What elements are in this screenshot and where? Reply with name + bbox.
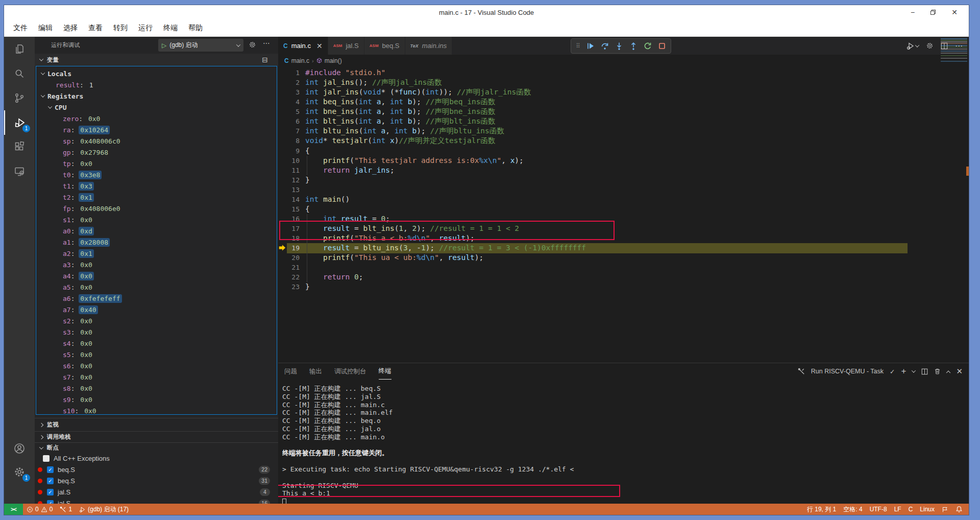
variable-row[interactable]: a5: 0x0 — [36, 281, 277, 293]
watch-section-header[interactable]: 监视 — [35, 418, 278, 431]
variable-row[interactable]: ra: 0x10264 — [36, 124, 277, 135]
code-line[interactable]: 21 — [278, 263, 969, 272]
code-line[interactable]: 14int main() — [278, 195, 969, 204]
search-icon[interactable] — [4, 61, 35, 86]
restore-button[interactable] — [930, 9, 936, 15]
code-area[interactable]: 1#include "stdio.h"2int jal_ins(); //声明j… — [278, 66, 969, 363]
code-line[interactable]: 11 return jalr_ins; — [278, 166, 969, 175]
configure-gear-icon[interactable] — [926, 42, 934, 50]
exception-breakpoint-row[interactable]: All C++ Exceptions — [35, 453, 278, 464]
code-line[interactable]: 19 result = bltu_ins(3, -1); //result = … — [278, 243, 969, 253]
indentation-status[interactable]: 空格: 4 — [840, 504, 866, 515]
panel-tab-终端[interactable]: 终端 — [379, 363, 391, 380]
variable-row[interactable]: s4: 0x0 — [36, 338, 277, 349]
breadcrumb-file[interactable]: main.c — [291, 57, 309, 64]
terminal-dropdown-icon[interactable] — [912, 368, 916, 372]
code-line[interactable]: 2int jal_ins(); //声明jal_ins函数 — [278, 78, 969, 87]
more-actions-icon[interactable]: ⋯ — [263, 39, 270, 46]
code-line[interactable]: 15{ — [278, 204, 969, 214]
variable-row[interactable]: t0: 0x3e8 — [36, 169, 277, 180]
scope-row[interactable]: Locals — [36, 68, 277, 79]
step-over-button[interactable] — [601, 42, 609, 50]
code-line[interactable]: 9{ — [278, 146, 969, 156]
close-button[interactable]: ✕ — [951, 9, 958, 16]
breakpoint-checkbox[interactable]: ✓ — [47, 489, 54, 495]
variable-row[interactable]: tp: 0x0 — [36, 158, 277, 169]
menu-item-帮助[interactable]: 帮助 — [188, 23, 203, 33]
variable-row[interactable]: s2: 0x0 — [36, 315, 277, 326]
launch-config-dropdown[interactable]: ▷ (gdb) 启动 — [158, 39, 243, 52]
variable-row[interactable]: s3: 0x0 — [36, 326, 277, 338]
variable-row[interactable]: s6: 0x0 — [36, 360, 277, 371]
split-terminal-icon[interactable] — [921, 368, 928, 375]
tab-main.ins[interactable]: TeXmain.ins — [405, 37, 453, 55]
terminal-cursor[interactable] — [282, 499, 286, 504]
variable-row[interactable]: s5: 0x0 — [36, 349, 277, 360]
debug-settings-gear-icon[interactable] — [249, 41, 256, 49]
exceptions-checkbox[interactable] — [43, 455, 50, 462]
variable-row[interactable]: gp: 0x27968 — [36, 147, 277, 158]
variable-row[interactable]: s10: 0x0 — [36, 405, 277, 415]
code-line[interactable]: 3int jalr_ins(void* (*func)(int)); //声明j… — [278, 87, 969, 97]
breakpoint-checkbox[interactable]: ✓ — [47, 478, 54, 484]
tasks-status[interactable]: 1 — [56, 504, 76, 515]
call-stack-section-header[interactable]: 调用堆栈 — [35, 431, 278, 442]
os-status[interactable]: Linux — [916, 504, 938, 515]
breakpoint-row[interactable]: ✓beq.S22 — [35, 464, 278, 475]
menu-item-转到[interactable]: 转到 — [113, 23, 128, 33]
menu-item-文件[interactable]: 文件 — [13, 23, 28, 33]
code-line[interactable]: 20 printf("This ua < ub:%d\n", result); — [278, 253, 969, 263]
variable-row[interactable]: zero: 0x0 — [36, 113, 277, 124]
step-into-button[interactable] — [615, 42, 623, 50]
code-line[interactable]: 7int bltu_ins(int a, int b); //声明bltu_in… — [278, 126, 969, 136]
new-terminal-button[interactable]: + — [901, 366, 906, 376]
variable-row[interactable]: a4: 0x0 — [36, 270, 277, 281]
tab-main.c[interactable]: Cmain.c✕ — [278, 37, 328, 55]
breadcrumb-symbol[interactable]: main() — [325, 57, 342, 64]
variable-row[interactable]: result: 1 — [36, 79, 277, 90]
variables-section-header[interactable]: 变量 ⊟ — [35, 54, 278, 66]
code-line[interactable]: 4int beq_ins(int a, int b); //声明beq_ins函… — [278, 97, 969, 107]
extensions-icon[interactable] — [4, 135, 35, 159]
menu-item-编辑[interactable]: 编辑 — [38, 23, 53, 33]
problems-status[interactable]: 0 0 — [23, 504, 56, 515]
close-panel-icon[interactable]: ✕ — [956, 367, 963, 376]
restart-button[interactable] — [644, 42, 652, 50]
variable-row[interactable]: t1: 0x3 — [36, 180, 277, 192]
code-line[interactable]: 23} — [278, 282, 969, 292]
variable-row[interactable]: s8: 0x0 — [36, 383, 277, 394]
cursor-position-status[interactable]: 行 19, 列 1 — [803, 504, 840, 515]
variable-row[interactable]: a2: 0x1 — [36, 248, 277, 259]
panel-tab-问题[interactable]: 问题 — [284, 363, 297, 380]
variable-row[interactable]: s7: 0x0 — [36, 371, 277, 383]
variable-row[interactable]: a1: 0x28008 — [36, 237, 277, 248]
remote-explorer-icon[interactable] — [4, 159, 35, 184]
maximize-panel-icon[interactable] — [946, 371, 950, 375]
code-line[interactable]: 13 — [278, 185, 969, 195]
breakpoints-section-header[interactable]: 断点 — [35, 442, 278, 453]
code-line[interactable]: 10 printf("This testjalr address is:0x%x… — [278, 156, 969, 166]
source-control-icon[interactable] — [4, 86, 35, 110]
breadcrumb[interactable]: C main.c › main() — [278, 55, 969, 66]
breakpoint-row[interactable]: ✓jal.S4 — [35, 486, 278, 498]
variables-tree[interactable]: Localsresult: 1RegistersCPUzero: 0x0ra: … — [36, 66, 277, 415]
scope-row[interactable]: Registers — [36, 90, 277, 102]
code-line[interactable]: 5int bne_ins(int a, int b); //声明bne_ins函… — [278, 107, 969, 116]
language-mode-status[interactable]: C — [905, 504, 917, 515]
variable-row[interactable]: a0: 0xd — [36, 225, 277, 237]
variable-row[interactable]: a7: 0x40 — [36, 304, 277, 315]
explorer-icon[interactable] — [4, 37, 35, 61]
encoding-status[interactable]: UTF-8 — [866, 504, 891, 515]
debug-session-status[interactable]: (gdb) 启动 (17) — [76, 504, 132, 515]
remote-indicator[interactable]: >< — [4, 504, 23, 515]
tab-beq.S[interactable]: ASMbeq.S — [364, 37, 405, 55]
breakpoint-checkbox[interactable]: ✓ — [47, 500, 54, 504]
code-line[interactable]: 1#include "stdio.h" — [278, 68, 969, 78]
collapse-all-icon[interactable]: ⊟ — [262, 56, 268, 64]
variable-row[interactable]: a6: 0xfefefeff — [36, 293, 277, 304]
account-icon[interactable] — [4, 436, 35, 461]
variable-row[interactable]: fp: 0x408006e0 — [36, 203, 277, 214]
continue-button[interactable] — [586, 42, 595, 50]
notifications-bell-icon[interactable] — [952, 504, 969, 515]
code-line[interactable]: 6int blt_ins(int a, int b); //声明blt_ins函… — [278, 116, 969, 126]
